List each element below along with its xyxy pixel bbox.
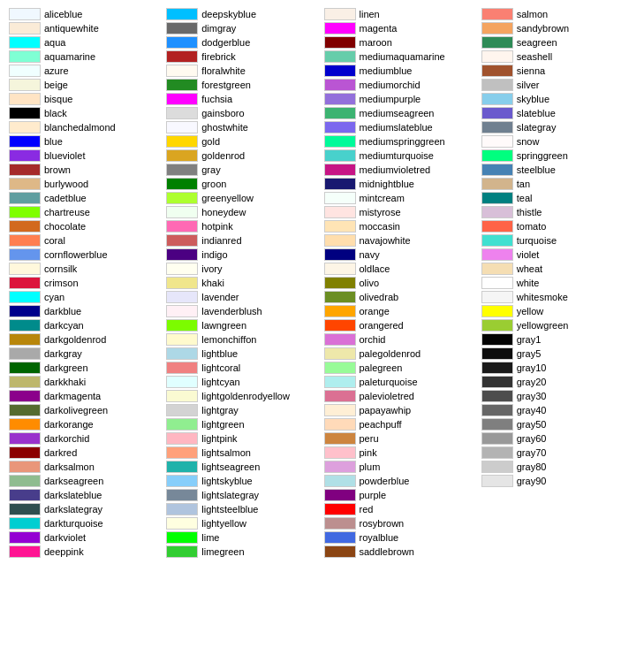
color-name: linen: [360, 9, 380, 19]
list-item: ivory: [164, 262, 322, 276]
list-item: gray20: [480, 375, 637, 389]
color-swatch: [9, 93, 41, 105]
list-item: seagreen: [480, 35, 637, 50]
color-swatch: [9, 503, 41, 515]
color-name: midnightblue: [360, 179, 414, 189]
color-name: lightgoldenrodyellow: [201, 391, 290, 401]
list-item: aquamarine: [7, 50, 164, 64]
list-item: steelblue: [480, 163, 637, 177]
color-swatch: [324, 263, 356, 275]
list-item: lemonchiffon: [164, 332, 322, 347]
color-name: sienna: [517, 65, 545, 76]
color-name: seashell: [517, 51, 552, 62]
color-swatch: [166, 404, 198, 416]
color-name: mediumvioletred: [360, 164, 431, 175]
color-name: snow: [517, 136, 540, 147]
color-swatch: [9, 446, 41, 459]
color-swatch: [481, 93, 513, 105]
list-item: gray: [164, 163, 322, 177]
list-item: darkorchid: [7, 431, 164, 446]
color-name: darkred: [44, 447, 77, 458]
color-swatch: [481, 234, 513, 247]
color-swatch: [324, 376, 356, 388]
list-item: plum: [322, 460, 480, 474]
color-name: cornsilk: [44, 263, 77, 274]
color-swatch: [324, 65, 356, 77]
color-swatch: [166, 531, 198, 544]
list-item: hotpink: [164, 219, 322, 233]
color-swatch: [324, 461, 356, 473]
column-1: deepskybluedimgraydodgerbluefirebrickflo…: [164, 7, 322, 559]
color-name: lightpink: [201, 433, 237, 444]
color-name: darkorchid: [44, 433, 89, 444]
color-name: gray80: [517, 461, 547, 472]
list-item: aliceblue: [7, 7, 164, 21]
list-item: lawngreen: [164, 318, 322, 332]
color-swatch: [166, 93, 198, 105]
color-swatch: [324, 220, 356, 233]
color-swatch: [481, 107, 513, 119]
color-swatch: [9, 263, 41, 275]
list-item: fuchsia: [164, 92, 322, 106]
color-name: lightgray: [201, 405, 239, 416]
list-item: gray70: [480, 446, 637, 460]
list-item: darkmagenta: [7, 389, 164, 403]
color-name: paleturquoise: [360, 377, 418, 387]
list-item: white: [480, 276, 637, 290]
color-name: dimgray: [201, 23, 236, 34]
color-swatch: [481, 390, 513, 402]
list-item: palegoldenrod: [322, 347, 480, 361]
color-swatch: [481, 319, 513, 332]
list-item: limegreen: [164, 545, 322, 559]
list-item: darkgray: [7, 347, 164, 361]
list-item: gray60: [480, 431, 637, 446]
color-name: indianred: [201, 235, 241, 246]
color-swatch: [324, 206, 356, 218]
column-0: aliceblueantiquewhiteaquaaquamarineazure…: [7, 7, 164, 559]
color-swatch: [481, 347, 513, 360]
color-name: lightsteelblue: [201, 504, 258, 515]
color-swatch: [166, 8, 198, 20]
list-item: navy: [322, 248, 480, 262]
color-name: gray1: [517, 334, 542, 345]
color-name: tomato: [517, 221, 547, 232]
color-name: palegoldenrod: [360, 348, 421, 359]
color-swatch: [324, 248, 356, 261]
color-swatch: [481, 446, 513, 459]
list-item: gainsboro: [164, 106, 322, 120]
color-name: seagreen: [517, 37, 557, 48]
list-item: chocolate: [7, 219, 164, 233]
color-name: cyan: [44, 292, 64, 302]
list-item: salmon: [480, 7, 637, 21]
list-item: maroon: [322, 35, 480, 50]
color-swatch: [166, 503, 198, 515]
color-swatch: [9, 135, 41, 148]
color-swatch: [481, 206, 513, 218]
list-item: teal: [480, 191, 637, 205]
color-swatch: [324, 517, 356, 530]
list-item: violet: [480, 248, 637, 262]
color-swatch: [166, 178, 198, 190]
color-swatch: [166, 432, 198, 445]
color-name: lightseagreen: [201, 461, 260, 472]
color-name: deeppink: [44, 546, 84, 557]
color-name: groon: [201, 179, 226, 189]
list-item: gray90: [480, 474, 637, 488]
color-swatch: [9, 432, 41, 445]
list-item: dimgray: [164, 21, 322, 35]
color-swatch: [9, 107, 41, 119]
color-name: gray50: [517, 419, 547, 430]
color-name: salmon: [517, 9, 548, 19]
list-item: snow: [480, 134, 637, 149]
color-name: mediumspringgreen: [360, 136, 445, 147]
list-item: blue: [7, 134, 164, 149]
color-name: lightslategray: [201, 490, 259, 500]
list-item: paleturquoise: [322, 375, 480, 389]
color-name: papayawhip: [360, 405, 412, 416]
color-name: darkkhaki: [44, 377, 86, 387]
color-swatch: [9, 22, 41, 34]
color-name: teal: [517, 193, 533, 203]
color-swatch: [324, 135, 356, 148]
color-name: springgreen: [517, 150, 568, 161]
color-name: silver: [517, 80, 540, 90]
